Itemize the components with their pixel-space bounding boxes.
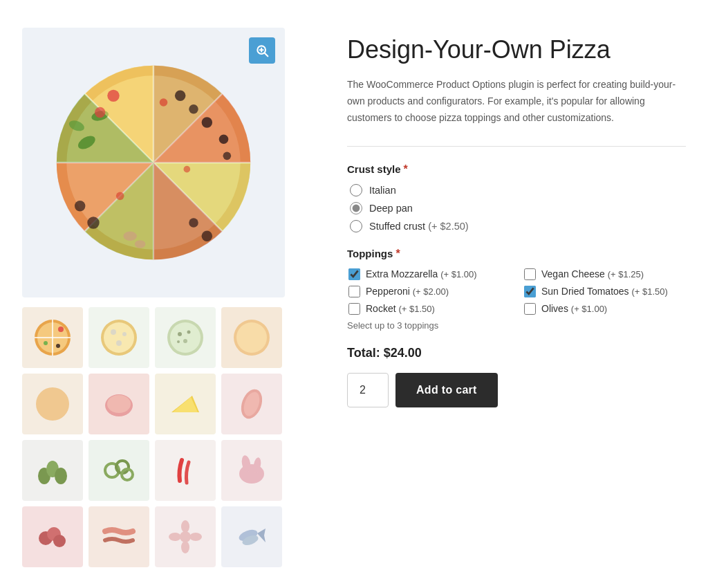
zoom-button[interactable] xyxy=(249,37,275,64)
thumbnail-12[interactable] xyxy=(221,440,282,501)
svg-point-18 xyxy=(189,218,198,228)
svg-point-15 xyxy=(219,134,229,144)
topping-sun-dried-tomatoes[interactable]: Sun Dried Tomatoes (+ $1.50) xyxy=(524,286,686,297)
svg-point-40 xyxy=(56,344,60,348)
product-layout: Design-Your-Own Pizza The WooCommerce Pr… xyxy=(22,28,686,567)
thumbnail-4[interactable] xyxy=(221,307,282,368)
product-description: The WooCommerce Product Options plugin i… xyxy=(347,77,686,126)
crust-radio-deep-pan[interactable] xyxy=(350,202,362,214)
total-row: Total: $24.00 xyxy=(347,346,686,360)
crust-option-deep-pan[interactable]: Deep pan xyxy=(350,202,686,214)
toppings-section: Toppings * Extra Mozzarella (+ $1.00) Ve… xyxy=(347,248,686,331)
thumbnail-3[interactable] xyxy=(155,307,216,368)
thumbnail-11[interactable] xyxy=(155,440,216,501)
product-images xyxy=(22,28,313,567)
thumbnail-16[interactable] xyxy=(221,506,282,567)
svg-point-55 xyxy=(36,387,69,421)
cart-controls: Add to cart xyxy=(347,373,686,407)
crust-option-stuffed[interactable]: Stuffed crust (+ $2.50) xyxy=(350,220,686,232)
svg-point-41 xyxy=(44,341,48,345)
svg-point-64 xyxy=(55,468,67,484)
crust-radio-group: Italian Deep pan Stuffed crust (+ $2.50) xyxy=(350,184,686,232)
topping-pepperoni[interactable]: Pepperoni (+ $2.00) xyxy=(348,286,510,297)
crust-option-italian[interactable]: Italian xyxy=(350,184,686,196)
svg-marker-59 xyxy=(173,397,198,412)
crust-style-label: Crust style * xyxy=(347,163,686,176)
svg-point-20 xyxy=(135,240,145,248)
thumbnail-8[interactable] xyxy=(221,374,282,434)
svg-point-52 xyxy=(177,340,180,343)
product-details: Design-Your-Own Pizza The WooCommerce Pr… xyxy=(347,28,686,567)
toppings-limit-note: Select up to 3 toppings xyxy=(347,320,686,331)
crust-style-section: Crust style * Italian Deep pan Stuffed c… xyxy=(347,163,686,232)
checkbox-olives[interactable] xyxy=(524,303,536,315)
crust-radio-italian[interactable] xyxy=(350,184,362,196)
checkbox-sun-dried-tomatoes[interactable] xyxy=(524,286,536,297)
product-title: Design-Your-Own Pizza xyxy=(347,35,686,64)
thumbnail-7[interactable] xyxy=(155,374,216,434)
checkbox-extra-mozzarella[interactable] xyxy=(348,268,360,280)
svg-point-75 xyxy=(181,520,189,533)
thumbnail-5[interactable] xyxy=(22,374,83,434)
thumbnail-6[interactable] xyxy=(88,374,149,434)
svg-point-14 xyxy=(202,117,212,127)
checkbox-rocket[interactable] xyxy=(348,303,360,315)
topping-extra-mozzarella[interactable]: Extra Mozzarella (+ $1.00) xyxy=(348,268,510,280)
crust-required-star: * xyxy=(404,163,408,176)
svg-point-43 xyxy=(104,322,134,353)
toppings-label: Toppings * xyxy=(347,248,686,260)
topping-olives[interactable]: Olives (+ $1.00) xyxy=(524,303,686,315)
svg-point-77 xyxy=(169,533,181,541)
toppings-grid: Extra Mozzarella (+ $1.00) Vegan Cheese … xyxy=(348,268,686,315)
thumbnail-2[interactable] xyxy=(88,307,149,368)
svg-point-78 xyxy=(189,533,202,541)
svg-point-30 xyxy=(160,98,168,107)
svg-point-57 xyxy=(107,395,131,413)
svg-point-45 xyxy=(122,332,127,336)
svg-point-28 xyxy=(175,91,185,101)
svg-point-22 xyxy=(75,201,85,211)
topping-rocket[interactable]: Rocket (+ $1.50) xyxy=(348,303,510,315)
checkbox-pepperoni[interactable] xyxy=(348,286,360,297)
svg-point-54 xyxy=(236,322,267,353)
quantity-input[interactable] xyxy=(347,373,389,407)
svg-point-26 xyxy=(107,90,119,102)
svg-point-49 xyxy=(178,332,182,336)
svg-point-50 xyxy=(187,331,191,334)
svg-point-31 xyxy=(184,166,191,173)
svg-point-32 xyxy=(116,192,124,201)
thumbnail-10[interactable] xyxy=(88,440,149,501)
svg-point-74 xyxy=(180,531,191,542)
thumbnail-15[interactable] xyxy=(155,506,216,567)
checkbox-vegan-cheese[interactable] xyxy=(524,268,536,280)
thumbnails-grid xyxy=(22,307,313,567)
thumbnail-13[interactable] xyxy=(22,506,83,567)
svg-point-51 xyxy=(183,339,187,343)
svg-point-46 xyxy=(116,340,122,346)
svg-point-19 xyxy=(124,232,137,241)
svg-point-17 xyxy=(202,231,212,241)
svg-point-39 xyxy=(58,327,64,332)
svg-point-29 xyxy=(189,104,198,114)
crust-radio-stuffed[interactable] xyxy=(350,220,362,232)
svg-point-27 xyxy=(95,107,105,118)
main-image xyxy=(22,28,285,297)
divider-1 xyxy=(347,146,686,147)
svg-point-44 xyxy=(111,329,116,335)
thumbnail-9[interactable] xyxy=(22,440,83,501)
svg-line-1 xyxy=(265,53,268,57)
pizza-image xyxy=(53,62,254,263)
svg-point-76 xyxy=(181,541,189,553)
toppings-required-star: * xyxy=(395,248,400,260)
topping-vegan-cheese[interactable]: Vegan Cheese (+ $1.25) xyxy=(524,268,686,280)
svg-point-48 xyxy=(170,322,201,353)
thumbnail-14[interactable] xyxy=(88,506,149,567)
svg-point-21 xyxy=(87,217,99,228)
thumbnail-1[interactable] xyxy=(22,307,83,368)
page-wrapper: Design-Your-Own Pizza The WooCommerce Pr… xyxy=(0,0,708,588)
svg-point-16 xyxy=(223,152,232,160)
add-to-cart-button[interactable]: Add to cart xyxy=(395,373,498,407)
svg-point-73 xyxy=(53,535,66,547)
